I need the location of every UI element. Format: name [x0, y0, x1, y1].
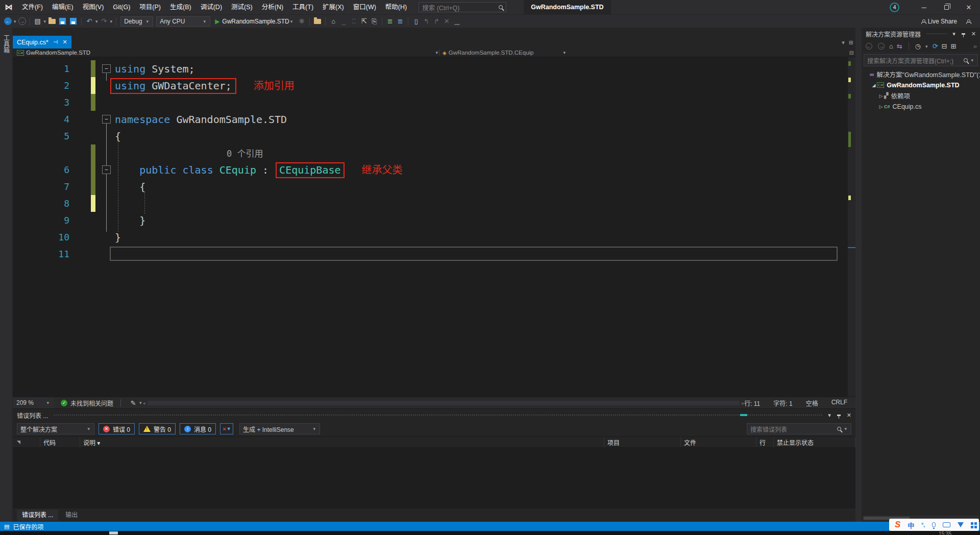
panel-drag-area[interactable] — [926, 33, 947, 35]
menu-item[interactable]: 帮助(H) — [381, 0, 411, 14]
solution-explorer-search-input[interactable]: 搜索解决方案资源管理器(Ctrl+;) ▾ — [864, 54, 978, 66]
pin-panel-icon[interactable] — [837, 415, 841, 416]
messages-toggle-button[interactable]: i 消息 0 — [180, 423, 216, 434]
codelens-references[interactable]: 0 个引用 — [227, 147, 263, 159]
cursor-select-icon[interactable]: ⇱ — [359, 17, 369, 25]
error-scope-select[interactable]: 整个解决方案 ▾ — [17, 423, 94, 434]
menu-item[interactable]: 调试(D) — [196, 0, 227, 14]
menu-item[interactable]: 文件(F) — [17, 0, 47, 14]
code-line[interactable]: 10} — [13, 229, 848, 246]
column-header-3[interactable]: 文件 — [681, 437, 756, 447]
collapse-arrow-icon[interactable]: ▷ — [878, 104, 884, 109]
active-files-dropdown-icon[interactable]: ▾ — [842, 39, 845, 46]
tree-item-gwrandomsample.std1[interactable]: ∞解决方案"GwRandomSample.STD"(1 — [862, 69, 980, 80]
document-tab-cequip[interactable]: CEquip.cs* ⊣ ✕ — [13, 36, 71, 48]
clear-bookmarks-icon[interactable]: ✕ — [442, 17, 452, 25]
navigate-forward-icon[interactable]: → — [18, 17, 26, 25]
close-panel-icon[interactable]: ✕ — [847, 412, 851, 419]
restore-button[interactable] — [935, 0, 958, 14]
notification-badge[interactable]: 4 — [890, 3, 899, 12]
document-health-indicator[interactable]: ✓ 未找到相关问题 — [61, 399, 113, 407]
column-header-5[interactable]: 禁止显示状态 — [774, 437, 855, 447]
menu-item[interactable]: 编辑(E) — [47, 0, 78, 14]
severity-column-header[interactable]: ◥ — [13, 437, 40, 447]
close-panel-icon[interactable]: ✕ — [971, 31, 976, 37]
code-line[interactable]: 3 — [13, 94, 848, 111]
navigate-back-icon[interactable]: ← — [4, 17, 12, 25]
explorer-forward-icon[interactable]: → — [878, 43, 885, 50]
toolbox-vertical-tab[interactable]: 工具箱 — [2, 35, 11, 53]
menu-item[interactable]: 生成(B) — [165, 0, 196, 14]
menu-item[interactable]: 扩展(X) — [318, 0, 349, 14]
refresh-icon[interactable]: ⟳ — [933, 42, 938, 50]
code-line[interactable]: 9 } — [13, 212, 848, 229]
fold-toggle-icon[interactable]: − — [102, 165, 111, 174]
error-list-content[interactable] — [13, 448, 855, 508]
code-text[interactable]: } — [115, 231, 121, 244]
code-text[interactable]: { — [115, 181, 145, 193]
menu-item[interactable]: 测试(S) — [227, 0, 257, 14]
menu-item[interactable]: Git(G) — [108, 0, 135, 14]
warnings-toggle-button[interactable]: 警告 0 — [139, 423, 176, 434]
home-icon[interactable]: ⌂ — [889, 42, 893, 50]
code-line[interactable]: 1−using System; — [13, 60, 848, 77]
close-tab-icon[interactable]: ✕ — [62, 39, 67, 45]
code-text[interactable]: namespace GwRandomSample.STD — [115, 113, 287, 126]
code-line[interactable]: 2using GWDataCenter;添加引用 — [13, 77, 848, 94]
sogou-logo-icon[interactable]: S — [895, 520, 900, 530]
split-editor-icon[interactable]: ⊟ — [849, 50, 854, 56]
undo-icon[interactable]: ↶ — [84, 17, 94, 25]
solution-explorer-home-icon[interactable]: ⌂ — [328, 17, 338, 25]
code-text[interactable]: public class CEquip : CEquipBase继承父类 — [115, 162, 403, 178]
save-all-icon[interactable] — [70, 18, 77, 25]
code-line[interactable]: 11 — [13, 246, 848, 262]
collapse-arrow-icon[interactable]: ▷ — [878, 93, 884, 99]
code-line[interactable]: 4−namespace GwRandomSample.STD — [13, 111, 848, 128]
code-line[interactable]: 0 个引用 — [13, 144, 848, 161]
quick-search-input[interactable]: 搜索 (Ctrl+Q) — [419, 2, 506, 12]
navigate-back-dropdown-icon[interactable]: ▾ — [13, 19, 17, 24]
taskbar-app-indicator[interactable] — [109, 531, 118, 534]
menu-item[interactable]: 窗口(W) — [349, 0, 381, 14]
breadcrumb-project[interactable]: C# GwRandomSample.STD ▾ — [13, 50, 439, 56]
feedback-icon[interactable] — [966, 19, 970, 23]
breadcrumb-project-dropdown-icon[interactable]: ▾ — [434, 50, 439, 55]
fold-toggle-icon[interactable]: − — [102, 115, 111, 124]
previous-bookmark-icon[interactable]: ↰ — [421, 17, 431, 25]
solution-explorer-title-bar[interactable]: 解决方案资源管理器 ▾ ✕ — [862, 28, 980, 40]
column-header-1[interactable]: 说明 ▾ — [80, 437, 604, 447]
zoom-level-select[interactable]: 209 % ▾ — [13, 397, 54, 409]
window-position-dropdown-icon[interactable]: ▾ — [952, 31, 955, 37]
column-header-4[interactable]: 行 — [756, 437, 774, 447]
column-header-2[interactable]: 项目 — [604, 437, 681, 447]
menu-item[interactable]: 视图(V) — [78, 0, 109, 14]
code-line[interactable]: 7 { — [13, 178, 848, 195]
error-list-search-input[interactable]: 搜索错误列表 ▾ — [747, 423, 851, 434]
toolbar-options-icon[interactable]: ▁ — [452, 17, 462, 25]
pending-changes-filter-icon[interactable]: ◷ — [915, 42, 921, 50]
bookmark-icon[interactable]: ▯ — [411, 17, 421, 25]
code-line[interactable]: 5{ — [13, 128, 848, 144]
code-text[interactable]: { — [115, 130, 121, 142]
code-text[interactable]: using GWDataCenter;添加引用 — [115, 78, 295, 94]
expand-arrow-icon[interactable]: ◢ — [871, 83, 877, 88]
minimize-button[interactable]: ─ — [913, 0, 935, 14]
code-cleanup-icon[interactable]: ✎ — [128, 399, 138, 407]
horizontal-scrollbar-thumb[interactable] — [148, 401, 740, 405]
horizontal-scrollbar[interactable]: ◂ ▸ — [143, 397, 745, 408]
build-intellisense-select[interactable]: 生成 + IntelliSense ▾ — [239, 423, 320, 434]
error-list-title-bar[interactable]: 错误列表 ... ▾ ✕ — [13, 409, 855, 421]
vertical-scrollbar[interactable] — [848, 57, 855, 397]
underline-icon[interactable]: _ — [338, 17, 349, 25]
ime-skin-icon[interactable] — [958, 522, 964, 527]
spaces-indicator[interactable]: 空格 — [806, 399, 818, 407]
undo-dropdown-icon[interactable]: ▾ — [94, 19, 99, 24]
save-icon[interactable] — [59, 18, 66, 25]
menu-item[interactable]: 分析(N) — [257, 0, 288, 14]
open-file-icon[interactable] — [48, 19, 56, 24]
pin-tab-icon[interactable]: ⊣ — [53, 39, 58, 45]
bottom-tab-0[interactable]: 错误列表 ... — [17, 509, 58, 521]
start-debugging-button[interactable]: ▶ GwRandomSample.STD ▾ — [215, 18, 293, 25]
code-text[interactable]: } — [115, 214, 145, 227]
collapse-all-icon[interactable]: ⊟ — [942, 42, 947, 50]
